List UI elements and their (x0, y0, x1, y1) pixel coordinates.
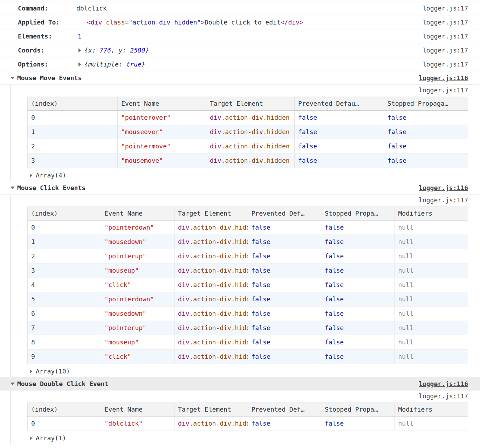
table-cell-null: null (395, 264, 468, 278)
table-wrap: (index)Event NameTarget ElementPrevented… (11, 205, 480, 365)
table-cell-node: div.action-div.hidden (206, 125, 295, 139)
node-class-token: .action-div.hidden (190, 420, 248, 427)
expand-triangle-icon[interactable] (30, 173, 32, 177)
source-link[interactable]: logger.js:17 (417, 61, 468, 68)
table-cell-node: div.action-div.hidden (174, 335, 248, 350)
column-header[interactable]: Target Element (174, 403, 248, 416)
column-header[interactable]: Event Name (101, 403, 174, 416)
table-cell-node: div.action-div.hidden (174, 292, 248, 307)
column-header[interactable]: Target Element (174, 207, 248, 220)
column-header[interactable]: (index) (28, 97, 118, 111)
group-content: logger.js:117 (index)Event NameTarget El… (10, 391, 480, 444)
table-cell-boolean: false (295, 139, 384, 154)
expand-triangle-icon[interactable] (78, 62, 81, 66)
source-link[interactable]: logger.js:17 (417, 47, 468, 54)
group-header[interactable]: Mouse Click Events logger.js:116 (0, 181, 480, 195)
group-source-link[interactable]: logger.js:116 (413, 184, 468, 191)
node-tag-token: div (178, 420, 190, 427)
group-header[interactable]: Mouse Move Events logger.js:116 (0, 71, 480, 85)
element-inner-text: Double click to edit (205, 19, 281, 26)
html-element-preview[interactable]: <div class="action-div hidden">Double cl… (87, 19, 303, 26)
node-class-token: .action-div.hidden (221, 114, 290, 121)
node-class-token: .action-div.hidden (190, 295, 248, 303)
coords-object-preview[interactable]: {x: 776, y: 2580} (84, 47, 149, 54)
table-cell-boolean: false (248, 278, 321, 292)
source-link[interactable]: logger.js:17 (417, 33, 468, 40)
equals-token: = (125, 19, 129, 26)
array-summary-row: Array(4) (11, 169, 480, 181)
events-table: (index)Event NameTarget ElementPrevented… (27, 97, 468, 168)
table-cell-null: null (395, 416, 468, 431)
options-object-preview[interactable]: {multiple: true} (84, 61, 145, 68)
column-header[interactable]: Event Name (118, 97, 206, 111)
table-cell-index: 2 (28, 249, 101, 264)
array-summary-row: Array(1) (11, 432, 480, 444)
table-cell-boolean: false (384, 154, 468, 168)
table-cell-null: null (395, 321, 468, 335)
table-header-row: (index)Event NameTarget ElementPrevented… (28, 207, 468, 220)
column-header[interactable]: (index) (28, 403, 101, 416)
table-cell-boolean: false (248, 350, 321, 364)
table-cell-string: "mousedown" (101, 307, 174, 321)
table-cell-node: div.action-div.hidden (174, 249, 248, 264)
column-header[interactable]: Stopped Propagation (321, 207, 395, 220)
column-header[interactable]: Prevented Default (248, 207, 321, 220)
source-link[interactable]: logger.js:17 (417, 5, 468, 12)
source-link[interactable]: logger.js:17 (417, 19, 468, 26)
node-tag-token: div (178, 353, 190, 360)
column-header-label: Event Name (121, 99, 159, 108)
table-cell-node: div.action-div.hidden (174, 278, 248, 292)
column-header[interactable]: Stopped Propagation (384, 97, 468, 111)
column-header[interactable]: Stopped Propagation (321, 403, 395, 416)
node-class-token: .action-div.hidden (190, 267, 248, 274)
table-cell-boolean: false (248, 249, 321, 264)
collapse-triangle-icon (11, 383, 15, 385)
expand-triangle-icon[interactable] (30, 369, 32, 373)
node-tag-token: div (178, 295, 190, 303)
table-row: 8"mouseup"div.action-div.hiddenfalsefals… (28, 335, 468, 350)
table-cell-null: null (395, 307, 468, 321)
table-cell-string: "pointerover" (118, 111, 206, 125)
table-cell-string: "mouseup" (101, 335, 174, 350)
expand-triangle-icon[interactable] (30, 436, 32, 440)
log-row-elements: Elements: 1 logger.js:17 (0, 29, 480, 43)
group-header[interactable]: Mouse Double Click Event logger.js:116 (0, 377, 480, 391)
preview-text: } (145, 47, 149, 54)
group-title: Mouse Move Events (17, 74, 82, 82)
table-row: 3"mouseup"div.action-div.hiddenfalsefals… (28, 264, 468, 278)
column-header[interactable]: Target Element (206, 97, 295, 111)
table-cell-string: "mouseup" (101, 264, 174, 278)
column-header[interactable]: Event Name (101, 207, 174, 220)
column-header-label: (index) (31, 99, 58, 108)
table-source-link[interactable]: logger.js:117 (413, 392, 468, 400)
column-header-label: (index) (31, 209, 58, 218)
expand-triangle-icon[interactable] (78, 48, 81, 52)
group-source-link[interactable]: logger.js:116 (413, 74, 468, 82)
applied-to-label: Applied To: (18, 19, 76, 26)
column-header[interactable]: Modifiers (395, 207, 468, 220)
table-cell-boolean: false (384, 125, 468, 139)
table-row: 5"pointerdown"div.action-div.hiddenfalse… (28, 292, 468, 307)
node-tag-token: div (178, 252, 190, 260)
table-cell-boolean: false (295, 154, 384, 168)
table-cell-boolean: false (321, 416, 395, 431)
column-header[interactable]: Modifiers (395, 403, 468, 416)
column-header[interactable]: Prevented Default (248, 403, 321, 416)
table-cell-node: div.action-div.hidden (206, 111, 295, 125)
table-cell-boolean: false (248, 335, 321, 350)
table-cell-node: div.action-div.hidden (174, 350, 248, 364)
column-header-label: Stopped Propagation (388, 99, 452, 108)
table-cell-boolean: false (248, 416, 321, 431)
group-source-link[interactable]: logger.js:116 (413, 380, 468, 387)
table-cell-boolean: false (384, 139, 468, 154)
table-source-link[interactable]: logger.js:117 (413, 196, 468, 204)
preview-text: {x: (84, 47, 100, 54)
column-header-label: Stopped Propagation (325, 209, 378, 218)
node-tag-token: div (178, 310, 190, 317)
table-source-link[interactable]: logger.js:117 (413, 86, 468, 94)
column-header[interactable]: Prevented Default (295, 97, 384, 111)
table-log-row: logger.js:117 (11, 195, 480, 205)
column-header[interactable]: (index) (28, 207, 101, 220)
table-cell-boolean: false (248, 220, 321, 235)
table-cell-null: null (395, 278, 468, 292)
